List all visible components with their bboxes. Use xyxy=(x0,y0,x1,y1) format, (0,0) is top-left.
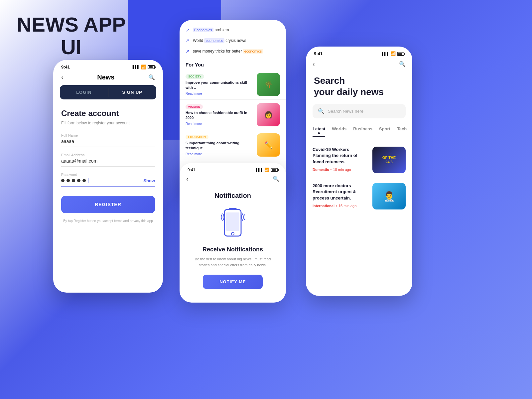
phone3-nav: ‹ 🔍 xyxy=(180,175,286,187)
back-button[interactable]: ‹ xyxy=(61,73,64,81)
article-doctors[interactable]: 2000 more doctors Recruitmrnt urgent & p… xyxy=(306,178,412,214)
suggestion-1[interactable]: ↗ Economics problem xyxy=(186,25,280,35)
woman-read-more[interactable]: Read more xyxy=(186,122,253,126)
phone-notification: 9:41 ▌▌▌ 📶 ‹ 🔍 Notification xyxy=(180,163,286,303)
suggestion-3[interactable]: ↗ save money tricks for better economics xyxy=(186,46,280,57)
cursor xyxy=(88,178,88,183)
phone1-nav: ‹ News 🔍 xyxy=(53,72,163,85)
dot-5 xyxy=(82,179,86,182)
tab-sport[interactable]: Sport xyxy=(379,126,390,137)
phone3-signal-icon: ▌▌▌ xyxy=(256,168,263,172)
phone3-status-time: 9:41 xyxy=(188,168,195,172)
phone3-back-btn[interactable]: ‹ xyxy=(186,175,189,183)
fullname-label: Full Name xyxy=(61,133,155,137)
covid-time: 10 min ago xyxy=(333,168,351,172)
tab-login[interactable]: LOGIN xyxy=(60,85,108,99)
tab-tech[interactable]: Tech xyxy=(397,126,407,137)
svg-point-2 xyxy=(231,232,234,235)
for-you-label: For You xyxy=(180,59,286,69)
svg-rect-1 xyxy=(229,208,237,210)
news-card-woman[interactable]: WOMAN How to choose fashionable outfit i… xyxy=(180,100,286,130)
battery-icon xyxy=(148,65,155,69)
badge-woman: WOMAN xyxy=(186,104,203,109)
phone-notification-icon xyxy=(216,206,249,239)
signal-icon: ▌▌▌ xyxy=(133,65,140,69)
arrow-icon-1: ↗ xyxy=(186,27,190,33)
phone-search: 9:41 ▌▌▌ 📶 ‹ 🔍 Search your daily news 🔍 … xyxy=(306,47,412,296)
badge-education: EDUCATION xyxy=(186,135,208,139)
receive-text: Be the first to know about big news , mu… xyxy=(190,256,276,268)
show-password-btn[interactable]: Show xyxy=(143,178,155,183)
password-row: Show xyxy=(61,178,155,187)
phone3-battery-icon xyxy=(271,168,278,172)
article-covid[interactable]: Covid-19 Workers Planning the return of … xyxy=(306,142,412,178)
news-card-education[interactable]: EDUCATION 5 Important thing about writin… xyxy=(180,130,286,160)
tab-signup[interactable]: SIGN UP xyxy=(108,85,157,99)
woman-image: 👩 xyxy=(257,103,280,126)
search-box[interactable]: 🔍 Search News here xyxy=(313,104,406,118)
page-title: NEWS APP UI xyxy=(17,13,126,59)
auth-tabs: LOGIN SIGN UP xyxy=(60,85,156,99)
dot-4 xyxy=(77,179,80,182)
status-bar: 9:41 ▌▌▌ 📶 xyxy=(53,60,163,72)
create-title: Create account xyxy=(61,109,155,118)
category-tabs: Letest Worlds Business Sport Tech xyxy=(306,123,412,139)
notify-me-button[interactable]: NOTIFY ME xyxy=(203,275,263,289)
form-subtitle: Fill form below to register your account xyxy=(61,121,155,125)
phone3-search-icon[interactable]: 🔍 xyxy=(273,176,279,182)
doctors-time: 15 min ago xyxy=(338,204,356,208)
phone4-signal-icon: ▌▌▌ xyxy=(382,52,389,56)
covid-title: Covid-19 Workers Planning the return of … xyxy=(313,147,368,165)
phone4-nav: ‹ 🔍 xyxy=(306,59,412,72)
phone4-search-icon[interactable]: 🔍 xyxy=(399,61,406,67)
tab-business[interactable]: Business xyxy=(353,126,372,137)
phone3-status-bar: 9:41 ▌▌▌ 📶 xyxy=(180,163,286,175)
nav-title: News xyxy=(97,73,114,81)
notification-title: Notification xyxy=(190,192,276,200)
phone4-battery-icon xyxy=(397,52,404,56)
register-button[interactable]: REGISTER xyxy=(61,196,155,213)
search-title: Search your daily news xyxy=(306,72,412,99)
email-label: Email Address xyxy=(61,153,155,157)
tag-international: International xyxy=(313,204,334,208)
svg-rect-3 xyxy=(226,212,239,231)
wifi-icon: 📶 xyxy=(141,65,146,69)
phone4-back-btn[interactable]: ‹ xyxy=(313,60,315,68)
badge-society: SOCIETY xyxy=(186,74,204,79)
phone-signup: 9:41 ▌▌▌ 📶 ‹ News 🔍 LOGIN SIGN UP Create… xyxy=(53,60,163,293)
phone4-wifi-icon: 📶 xyxy=(390,51,396,56)
tag-domestic: Domestic xyxy=(313,168,329,172)
woman-title: How to choose fashionable outfit in 2020 xyxy=(186,110,253,121)
article-list: Covid-19 Workers Planning the return of … xyxy=(306,139,412,217)
society-image: 🌴 xyxy=(257,73,280,96)
search-suggestions: ↗ Economics problem ↗ World economics cr… xyxy=(180,20,286,59)
covid-meta: Domestic • 10 min ago xyxy=(313,168,368,172)
password-label: Password xyxy=(61,173,155,177)
arrow-icon-2: ↗ xyxy=(186,38,190,43)
search-icon[interactable]: 🔍 xyxy=(148,74,155,80)
dot-2 xyxy=(66,179,70,182)
arrow-icon-3: ↗ xyxy=(186,49,190,54)
doctors-title: 2000 more doctors Recruitmrnt urgent & p… xyxy=(313,183,368,201)
notification-content: Notification Receive Notifications Be th… xyxy=(180,187,286,294)
tab-worlds[interactable]: Worlds xyxy=(332,126,346,137)
dot-3 xyxy=(72,179,75,182)
phone4-status-bar: 9:41 ▌▌▌ 📶 xyxy=(306,47,412,59)
status-time: 9:41 xyxy=(61,65,70,69)
society-title: Improve your communications skill with .… xyxy=(186,80,253,90)
education-read-more[interactable]: Read more xyxy=(186,152,253,156)
doctors-meta: International • 15 min ago xyxy=(313,204,368,208)
suggestion-2[interactable]: ↗ World economics crysis news xyxy=(186,35,280,46)
fullname-input[interactable]: aaaaa xyxy=(61,139,155,147)
search-input[interactable]: Search News here xyxy=(328,109,363,114)
society-read-more[interactable]: Read more xyxy=(186,92,253,95)
signup-content: Create account Fill form below to regist… xyxy=(53,99,163,230)
education-image: ✏️ xyxy=(257,133,280,157)
news-card-society[interactable]: SOCIETY Improve your communications skil… xyxy=(180,69,286,100)
tab-letest[interactable]: Letest xyxy=(313,126,325,137)
education-title: 5 Important thing about writing techniqu… xyxy=(186,141,253,151)
terms-text: By tap Register button you accept terms … xyxy=(61,218,155,223)
password-dots xyxy=(61,178,88,183)
doctors-image: 👨‍⚕️ xyxy=(372,183,406,209)
email-input[interactable]: aaaaa@mail.com xyxy=(61,158,155,167)
